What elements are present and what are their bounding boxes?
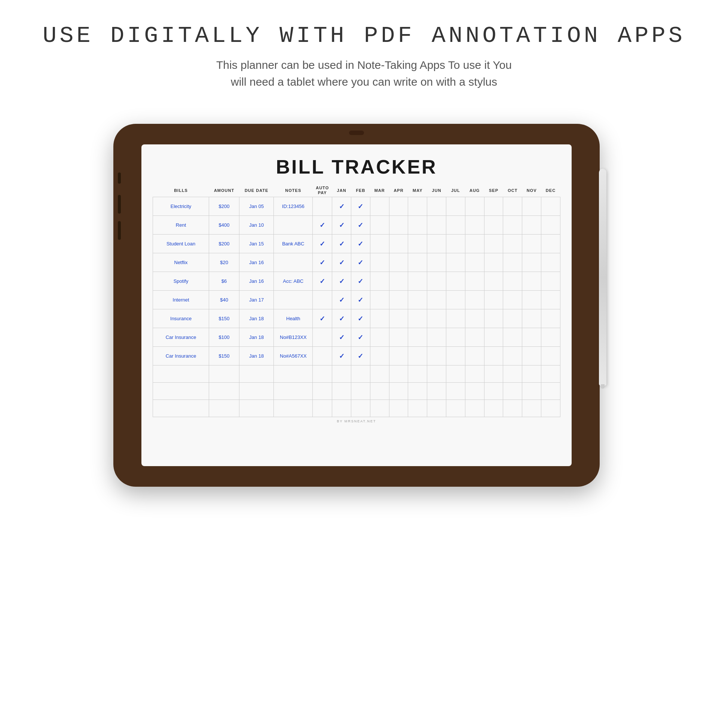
month-cell-nov[interactable] [522,272,541,291]
month-cell-jun[interactable] [427,309,446,328]
empty-month-cell[interactable] [408,383,427,400]
empty-month-cell[interactable] [465,400,484,417]
month-cell-mar[interactable] [370,253,389,272]
empty-bill-name[interactable] [153,383,209,400]
month-cell-apr[interactable] [389,216,408,234]
month-cell-apr[interactable] [389,347,408,366]
empty-amount[interactable] [209,383,239,400]
empty-month-cell[interactable] [370,400,389,417]
month-cell-sep[interactable] [484,272,503,291]
month-cell-nov[interactable] [522,347,541,366]
month-cell-sep[interactable] [484,309,503,328]
month-cell-apr[interactable] [389,253,408,272]
empty-auto-pay[interactable] [313,366,332,383]
month-cell-nov[interactable] [522,328,541,347]
month-cell-jul[interactable] [446,328,465,347]
month-cell-feb[interactable]: ✓ [351,309,370,328]
month-cell-aug[interactable] [465,347,484,366]
month-cell-jan[interactable]: ✓ [332,328,351,347]
month-cell-mar[interactable] [370,216,389,234]
month-cell-mar[interactable] [370,347,389,366]
empty-month-cell[interactable] [465,383,484,400]
month-cell-feb[interactable]: ✓ [351,216,370,234]
empty-month-cell[interactable] [484,383,503,400]
empty-amount[interactable] [209,366,239,383]
empty-notes[interactable] [274,400,313,417]
empty-month-cell[interactable] [332,366,351,383]
empty-month-cell[interactable] [389,400,408,417]
empty-month-cell[interactable] [370,383,389,400]
empty-month-cell[interactable] [503,400,522,417]
empty-month-cell[interactable] [389,366,408,383]
auto-pay-cell[interactable]: ✓ [313,234,332,253]
empty-month-cell[interactable] [408,366,427,383]
month-cell-nov[interactable] [522,197,541,216]
auto-pay-cell[interactable] [313,197,332,216]
empty-month-cell[interactable] [503,366,522,383]
month-cell-mar[interactable] [370,272,389,291]
month-cell-apr[interactable] [389,291,408,309]
empty-month-cell[interactable] [351,366,370,383]
month-cell-jun[interactable] [427,347,446,366]
month-cell-dec[interactable] [541,253,560,272]
empty-month-cell[interactable] [332,400,351,417]
empty-month-cell[interactable] [541,366,560,383]
auto-pay-cell[interactable] [313,347,332,366]
empty-month-cell[interactable] [522,383,541,400]
empty-month-cell[interactable] [541,383,560,400]
empty-month-cell[interactable] [427,366,446,383]
auto-pay-cell[interactable] [313,328,332,347]
month-cell-oct[interactable] [503,197,522,216]
month-cell-jun[interactable] [427,291,446,309]
month-cell-jan[interactable]: ✓ [332,197,351,216]
month-cell-jan[interactable]: ✓ [332,234,351,253]
month-cell-may[interactable] [408,216,427,234]
month-cell-apr[interactable] [389,272,408,291]
empty-due-date[interactable] [239,400,274,417]
empty-month-cell[interactable] [370,366,389,383]
month-cell-jun[interactable] [427,234,446,253]
empty-month-cell[interactable] [465,366,484,383]
month-cell-jan[interactable]: ✓ [332,309,351,328]
empty-month-cell[interactable] [351,400,370,417]
month-cell-jul[interactable] [446,309,465,328]
month-cell-may[interactable] [408,272,427,291]
empty-auto-pay[interactable] [313,383,332,400]
month-cell-apr[interactable] [389,197,408,216]
month-cell-aug[interactable] [465,328,484,347]
empty-month-cell[interactable] [503,383,522,400]
empty-month-cell[interactable] [522,366,541,383]
month-cell-jul[interactable] [446,253,465,272]
empty-month-cell[interactable] [541,400,560,417]
empty-month-cell[interactable] [484,400,503,417]
empty-month-cell[interactable] [427,383,446,400]
month-cell-mar[interactable] [370,309,389,328]
auto-pay-cell[interactable] [313,291,332,309]
month-cell-oct[interactable] [503,272,522,291]
month-cell-aug[interactable] [465,234,484,253]
empty-month-cell[interactable] [427,400,446,417]
month-cell-dec[interactable] [541,234,560,253]
month-cell-feb[interactable]: ✓ [351,234,370,253]
month-cell-sep[interactable] [484,347,503,366]
empty-due-date[interactable] [239,366,274,383]
month-cell-jul[interactable] [446,197,465,216]
empty-month-cell[interactable] [332,383,351,400]
month-cell-dec[interactable] [541,309,560,328]
month-cell-mar[interactable] [370,197,389,216]
month-cell-may[interactable] [408,253,427,272]
month-cell-may[interactable] [408,234,427,253]
month-cell-aug[interactable] [465,272,484,291]
empty-month-cell[interactable] [446,366,465,383]
month-cell-nov[interactable] [522,234,541,253]
month-cell-dec[interactable] [541,291,560,309]
month-cell-oct[interactable] [503,216,522,234]
month-cell-may[interactable] [408,328,427,347]
month-cell-jul[interactable] [446,272,465,291]
month-cell-jul[interactable] [446,291,465,309]
month-cell-mar[interactable] [370,291,389,309]
month-cell-sep[interactable] [484,216,503,234]
month-cell-aug[interactable] [465,309,484,328]
month-cell-nov[interactable] [522,216,541,234]
empty-month-cell[interactable] [446,383,465,400]
